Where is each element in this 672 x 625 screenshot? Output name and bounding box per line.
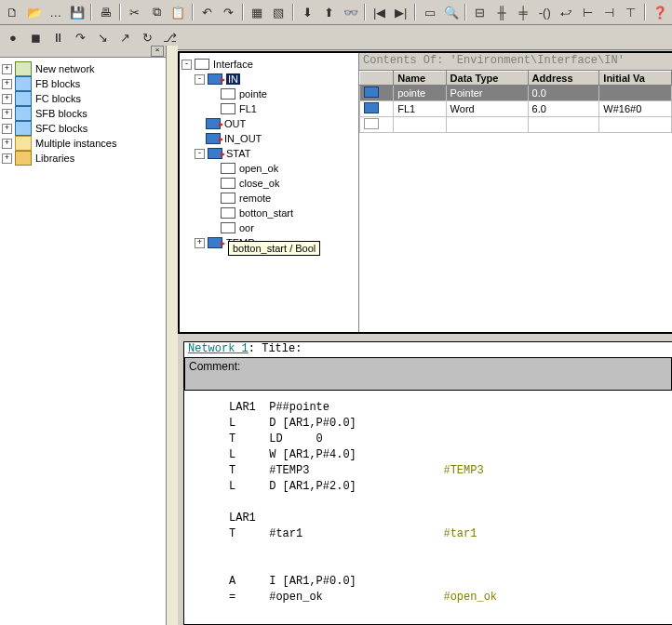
variable-icon (221, 222, 235, 233)
expand-icon[interactable]: + (2, 153, 12, 164)
expand-icon[interactable]: + (2, 124, 12, 134)
interface-icon (195, 59, 209, 70)
tree-leaf[interactable]: pointe (239, 88, 267, 100)
win-tile-button[interactable]: ▭ (420, 2, 439, 22)
nav-item[interactable]: +SFC blocks (2, 121, 164, 136)
…-button[interactable]: … (46, 2, 65, 22)
print-button[interactable]: 🖶 (96, 2, 115, 22)
m3-button[interactable]: ╪ (514, 2, 533, 22)
tree-leaf[interactable]: open_ok (239, 163, 278, 174)
cell-name[interactable]: pointe (394, 86, 446, 101)
collapse-icon[interactable]: - (181, 60, 192, 70)
pane-titlebar: × (0, 46, 166, 58)
table-row[interactable]: pointePointer0.0 (360, 86, 672, 101)
tree-leaf[interactable]: oor (239, 222, 254, 233)
branch-button[interactable]: ⎇ (159, 27, 180, 47)
redo-button[interactable]: ↷ (219, 2, 238, 22)
column-header[interactable]: Name (394, 72, 446, 86)
tree-leaf[interactable]: botton_start (239, 207, 293, 219)
folder-icon (15, 136, 32, 151)
tree-leaf[interactable]: FL1 (239, 103, 257, 114)
nav1-button[interactable]: |◀ (370, 2, 389, 22)
tree-node-out[interactable]: OUT (224, 118, 246, 129)
blocks-icon (15, 91, 32, 106)
m7-button[interactable]: ⊣ (599, 2, 619, 22)
lib-button[interactable]: ▧ (269, 2, 289, 22)
tree-root: Interface (213, 59, 253, 70)
cell-type[interactable]: Word (446, 101, 528, 117)
code-area[interactable]: Network 1: Title: Comment: LAR1 P##point… (183, 341, 672, 625)
column-header[interactable]: Address (528, 72, 599, 86)
cell-init[interactable] (599, 86, 672, 101)
close-icon[interactable]: × (151, 46, 164, 57)
stop-button[interactable]: ◼ (25, 27, 46, 47)
collapse-icon[interactable]: - (195, 149, 205, 159)
m8-button[interactable]: ⊤ (621, 2, 640, 22)
network-title[interactable]: Network 1: Title: (184, 342, 672, 355)
expand-icon[interactable]: + (2, 139, 12, 149)
comment-box[interactable]: Comment: (184, 357, 672, 391)
pause-button[interactable]: ⏸ (47, 27, 68, 47)
variable-table-pane: Contents Of: 'Environment\Interface\IN' … (359, 53, 672, 332)
column-header[interactable]: Initial Va (599, 72, 672, 86)
save-button[interactable]: 💾 (67, 2, 87, 22)
expand-icon[interactable]: + (2, 79, 12, 89)
step-in-button[interactable]: ↘ (92, 27, 113, 47)
declaration-area: -Interface -IN pointe FL1 OUT IN_OUT -ST… (178, 51, 672, 334)
copy-button[interactable]: ⧉ (146, 2, 166, 22)
rec-button[interactable]: ● (3, 27, 23, 47)
cut-button[interactable]: ✂ (125, 2, 144, 22)
collapse-icon[interactable]: - (195, 74, 205, 85)
tree-leaf[interactable]: remote (239, 193, 271, 204)
upld-button[interactable]: ⬆ (319, 2, 339, 22)
interface-tree[interactable]: -Interface -IN pointe FL1 OUT IN_OUT -ST… (180, 53, 359, 332)
stl-code[interactable]: LAR1 P##pointe L D [AR1,P#0.0] T LD 0 L … (184, 391, 672, 605)
m5-button[interactable]: ⮐ (557, 2, 576, 22)
table-row-empty[interactable] (360, 117, 672, 133)
open-button[interactable]: 📂 (24, 2, 44, 22)
step-out-button[interactable]: ↗ (114, 27, 135, 47)
tree-node-inout[interactable]: IN_OUT (224, 133, 262, 144)
io-icon (206, 118, 221, 129)
m2-button[interactable]: ╫ (492, 2, 512, 22)
nav-item[interactable]: +SFB blocks (2, 106, 164, 121)
tooltip: botton_start / Bool (228, 241, 320, 256)
m4-button[interactable]: -() (535, 2, 555, 22)
m6-button[interactable]: ⊢ (578, 2, 598, 22)
expand-icon[interactable]: + (2, 109, 12, 119)
expand-icon[interactable]: + (195, 238, 205, 248)
column-header[interactable] (360, 72, 394, 86)
expand-icon[interactable]: + (2, 94, 12, 104)
expand-icon[interactable]: + (2, 64, 12, 74)
cell-address[interactable]: 6.0 (528, 101, 599, 117)
io-icon (364, 102, 379, 113)
vertical-gutter (167, 46, 178, 625)
undo-button[interactable]: ↶ (197, 2, 217, 22)
glasses-button[interactable]: 👓 (341, 2, 360, 22)
column-header[interactable]: Data Type (446, 72, 528, 86)
paste-button[interactable]: 📋 (168, 2, 188, 22)
tree-leaf[interactable]: close_ok (239, 178, 279, 189)
nav-item[interactable]: +FB blocks (2, 76, 164, 91)
tree-node-in[interactable]: IN (226, 73, 240, 85)
nav-item[interactable]: +Multiple instances (2, 136, 164, 151)
cell-address[interactable]: 0.0 (528, 86, 599, 101)
variable-table[interactable]: NameData TypeAddressInitial Va pointePoi… (359, 71, 672, 133)
obj-button[interactable]: ▦ (248, 2, 267, 22)
dnld-button[interactable]: ⬇ (298, 2, 317, 22)
win-find-button[interactable]: 🔍 (441, 2, 461, 22)
step-over-button[interactable]: ↷ (70, 27, 90, 47)
new-button[interactable]: 🗋 (3, 2, 22, 22)
help-cursor-button[interactable]: ❓ (650, 2, 669, 22)
m1-button[interactable]: ⊟ (470, 2, 490, 22)
cell-type[interactable]: Pointer (446, 86, 528, 101)
cell-name[interactable]: FL1 (394, 101, 446, 117)
restart-button[interactable]: ↻ (137, 27, 157, 47)
nav-item[interactable]: +New network (2, 61, 164, 76)
table-row[interactable]: FL1Word6.0W#16#0 (360, 101, 672, 117)
cell-init[interactable]: W#16#0 (599, 101, 672, 117)
tree-node-stat[interactable]: STAT (226, 148, 250, 159)
nav-item[interactable]: +FC blocks (2, 91, 164, 106)
nav2-button[interactable]: ▶| (391, 2, 410, 22)
nav-item[interactable]: +Libraries (2, 151, 164, 166)
